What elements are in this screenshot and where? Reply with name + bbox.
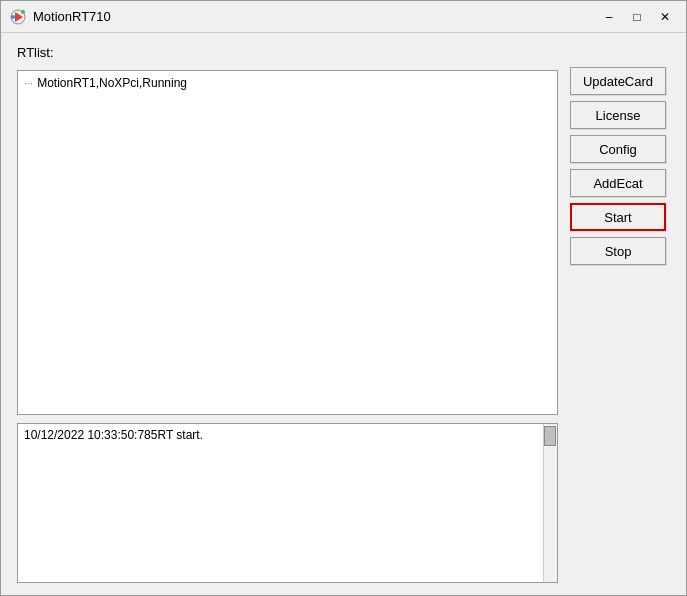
left-panel: RTlist: ··· MotionRT1,NoXPci,Running 10/… — [17, 45, 558, 583]
list-item-prefix: ··· — [24, 77, 33, 89]
rtlist-label: RTlist: — [17, 45, 558, 60]
maximize-button[interactable]: □ — [624, 6, 650, 28]
svg-point-3 — [21, 10, 25, 14]
title-bar: MotionRT710 – □ ✕ — [1, 1, 686, 33]
app-icon — [9, 8, 27, 26]
config-button[interactable]: Config — [570, 135, 666, 163]
main-area: RTlist: ··· MotionRT1,NoXPci,Running 10/… — [17, 45, 670, 583]
title-bar-controls: – □ ✕ — [596, 6, 678, 28]
add-ecat-button[interactable]: AddEcat — [570, 169, 666, 197]
log-scrollbar[interactable] — [543, 424, 557, 582]
update-card-button[interactable]: UpdateCard — [570, 67, 666, 95]
rtlist-box: ··· MotionRT1,NoXPci,Running — [17, 70, 558, 415]
stop-button[interactable]: Stop — [570, 237, 666, 265]
log-entry: 10/12/2022 10:33:50:785RT start. — [24, 428, 203, 442]
window-title: MotionRT710 — [33, 9, 596, 24]
close-button[interactable]: ✕ — [652, 6, 678, 28]
start-button[interactable]: Start — [570, 203, 666, 231]
log-box[interactable]: 10/12/2022 10:33:50:785RT start. — [17, 423, 558, 583]
scrollbar-thumb[interactable] — [544, 426, 556, 446]
list-item-text: MotionRT1,NoXPci,Running — [37, 76, 187, 90]
main-window: MotionRT710 – □ ✕ RTlist: ··· MotionRT1,… — [0, 0, 687, 596]
window-body: RTlist: ··· MotionRT1,NoXPci,Running 10/… — [1, 33, 686, 595]
minimize-button[interactable]: – — [596, 6, 622, 28]
right-panel: UpdateCard License Config AddEcat Start … — [570, 45, 670, 583]
svg-point-2 — [11, 15, 15, 19]
license-button[interactable]: License — [570, 101, 666, 129]
list-item: ··· MotionRT1,NoXPci,Running — [22, 75, 553, 91]
